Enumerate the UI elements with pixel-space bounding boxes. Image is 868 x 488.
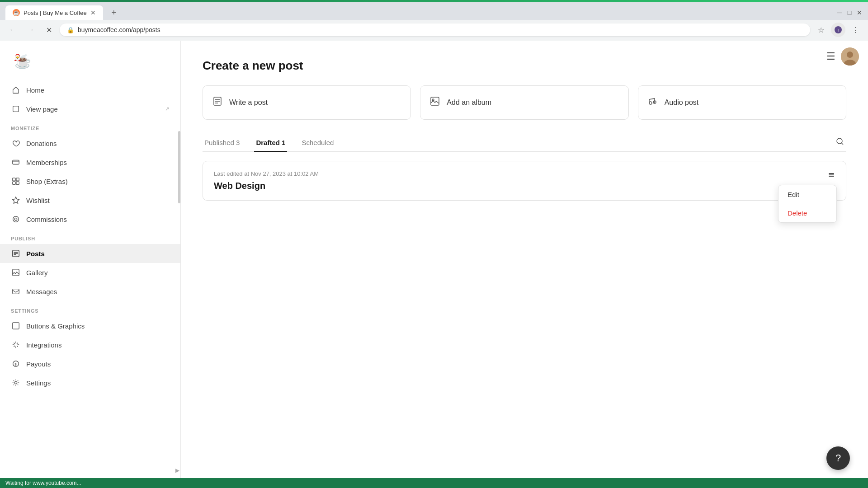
page-title: Create a new post xyxy=(203,59,846,73)
extensions-button[interactable]: ⋮ xyxy=(848,23,863,37)
url-text: buymeacoffee.com/app/posts xyxy=(78,26,803,33)
forward-button[interactable]: → xyxy=(24,23,38,37)
posts-list: Last edited at Nov 27, 2023 at 10:02 AM … xyxy=(203,161,846,201)
post-title: Web Design xyxy=(214,181,835,191)
post-menu-button[interactable] xyxy=(824,168,839,182)
donations-icon xyxy=(11,138,21,148)
audio-post-card[interactable]: Audio post xyxy=(638,85,846,120)
sidebar-scroll-arrow[interactable]: ▶ xyxy=(175,467,179,474)
svg-point-34 xyxy=(649,102,652,104)
posts-tabs: Published 3 Drafted 1 Scheduled xyxy=(203,134,846,152)
address-bar[interactable]: 🔒 buymeacoffee.com/app/posts xyxy=(60,23,810,36)
minimize-button[interactable]: ─ xyxy=(836,9,843,16)
delete-post-button[interactable]: Delete xyxy=(778,204,836,222)
commissions-icon xyxy=(11,214,21,224)
logo-icon: ☕ 🎅 xyxy=(11,52,31,71)
sidebar-item-home[interactable]: Home xyxy=(0,80,180,99)
svg-rect-20 xyxy=(13,289,19,294)
add-album-label: Add an album xyxy=(447,99,491,107)
view-page-icon xyxy=(11,104,21,114)
svg-marker-12 xyxy=(13,197,19,203)
edit-post-button[interactable]: Edit xyxy=(778,185,836,204)
svg-text:$: $ xyxy=(14,362,17,366)
sidebar-item-messages[interactable]: Messages xyxy=(0,282,180,301)
svg-point-13 xyxy=(13,216,19,222)
tab-title: Posts | Buy Me a Coffee xyxy=(24,9,87,16)
sidebar-item-gallery[interactable]: Gallery xyxy=(0,263,180,282)
audio-post-icon xyxy=(647,96,658,109)
svg-rect-10 xyxy=(13,182,15,184)
svg-rect-11 xyxy=(16,182,19,184)
sidebar-item-donations[interactable]: Donations xyxy=(0,134,180,153)
shop-icon xyxy=(11,176,21,186)
user-avatar[interactable] xyxy=(841,47,859,66)
sidebar-item-buttons-graphics[interactable]: Buttons & Graphics xyxy=(0,316,180,335)
sidebar-item-integrations[interactable]: Integrations xyxy=(0,335,180,354)
integrations-icon xyxy=(11,340,21,350)
svg-point-26 xyxy=(847,52,853,58)
messages-label: Messages xyxy=(26,288,57,296)
memberships-label: Memberships xyxy=(26,159,67,166)
posts-label: Posts xyxy=(26,250,45,258)
sidebar-item-memberships[interactable]: Memberships xyxy=(0,153,180,172)
back-button[interactable]: ← xyxy=(5,23,20,37)
tab-close-button[interactable]: ✕ xyxy=(90,9,96,16)
svg-rect-21 xyxy=(13,323,19,329)
status-bar: Waiting for www.youtube.com... xyxy=(0,478,868,488)
sidebar: ☕ 🎅 Home View page ↗ MONETIZE xyxy=(0,41,181,487)
sidebar-item-wishlist[interactable]: Wishlist xyxy=(0,191,180,210)
gallery-icon xyxy=(11,267,21,277)
write-post-card[interactable]: Write a post xyxy=(203,85,411,120)
settings-label: Settings xyxy=(26,379,51,387)
close-window-button[interactable]: ✕ xyxy=(856,9,863,16)
add-album-card[interactable]: Add an album xyxy=(420,85,628,120)
browser-titlebar: ☕ Posts | Buy Me a Coffee ✕ + ─ □ ✕ xyxy=(0,2,868,20)
tab-favicon: ☕ xyxy=(13,9,20,16)
browser-nav-right: ☆ I ⋮ xyxy=(814,23,863,37)
buttons-graphics-label: Buttons & Graphics xyxy=(26,322,85,330)
donations-label: Donations xyxy=(26,140,57,147)
sidebar-item-view-page[interactable]: View page ↗ xyxy=(0,99,180,118)
svg-line-37 xyxy=(842,143,844,145)
hamburger-button[interactable]: ☰ xyxy=(826,51,835,62)
shop-extras-label: Shop (Extras) xyxy=(26,178,68,185)
integrations-label: Integrations xyxy=(26,341,61,349)
search-posts-button[interactable] xyxy=(834,135,846,150)
header-right: ☰ xyxy=(826,47,859,66)
browser-chrome: ☕ Posts | Buy Me a Coffee ✕ + ─ □ ✕ ← → … xyxy=(0,2,868,41)
home-label: Home xyxy=(26,86,44,94)
sidebar-item-payouts[interactable]: $ Payouts xyxy=(0,354,180,373)
tab-drafted[interactable]: Drafted 1 xyxy=(254,134,287,152)
restore-button[interactable]: □ xyxy=(846,9,853,16)
gallery-label: Gallery xyxy=(26,269,48,277)
messages-icon xyxy=(11,286,21,296)
svg-point-36 xyxy=(837,138,842,144)
reload-button[interactable]: ✕ xyxy=(42,23,56,37)
new-tab-button[interactable]: + xyxy=(107,5,121,20)
browser-nav: ← → ✕ 🔒 buymeacoffee.com/app/posts ☆ I ⋮ xyxy=(0,20,868,41)
svg-point-24 xyxy=(14,381,17,384)
browser-profile-button[interactable]: I xyxy=(831,23,845,37)
sidebar-item-shop-extras[interactable]: Shop (Extras) xyxy=(0,172,180,191)
svg-rect-32 xyxy=(431,97,439,105)
bookmark-button[interactable]: ☆ xyxy=(814,23,828,37)
memberships-icon xyxy=(11,157,21,167)
wishlist-icon xyxy=(11,195,21,205)
main-content: ☰ Create a new post Write a post xyxy=(181,41,868,487)
app-layout: ☕ 🎅 Home View page ↗ MONETIZE xyxy=(0,41,868,487)
svg-point-33 xyxy=(432,99,434,101)
sidebar-item-settings[interactable]: Settings xyxy=(0,373,180,392)
svg-text:🎅: 🎅 xyxy=(14,54,22,61)
svg-text:I: I xyxy=(838,28,839,33)
sidebar-item-commissions[interactable]: Commissions xyxy=(0,210,180,229)
post-dropdown-menu: Edit Delete xyxy=(778,185,837,223)
sidebar-item-posts[interactable]: Posts xyxy=(0,244,180,263)
svg-point-14 xyxy=(14,218,17,220)
svg-rect-19 xyxy=(13,269,19,276)
browser-tab[interactable]: ☕ Posts | Buy Me a Coffee ✕ xyxy=(5,5,103,20)
section-monetize-label: MONETIZE xyxy=(0,118,180,134)
svg-rect-5 xyxy=(13,106,19,112)
help-button[interactable]: ? xyxy=(826,446,850,470)
tab-scheduled[interactable]: Scheduled xyxy=(300,134,335,152)
tab-published[interactable]: Published 3 xyxy=(203,134,241,152)
